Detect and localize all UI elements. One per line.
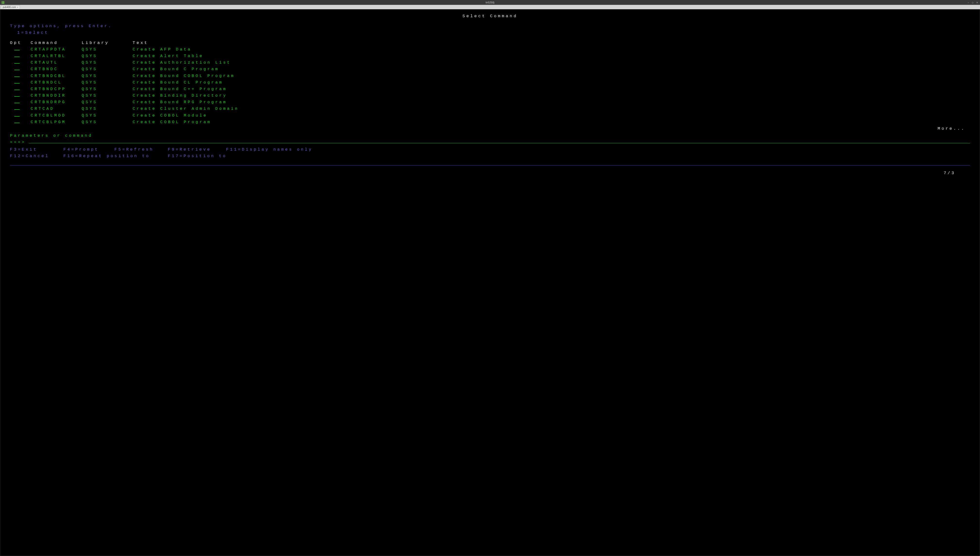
text-cell: Create Alert Table (132, 53, 970, 59)
input-underline (15, 123, 20, 123)
input-underline (15, 103, 20, 103)
screen-title: Select Command (10, 13, 970, 19)
option-input[interactable] (10, 59, 31, 66)
option-input[interactable] (10, 46, 31, 53)
function-key[interactable]: F9=Retrieve (168, 146, 226, 153)
function-key[interactable]: F12=Cancel (10, 153, 63, 159)
table-row: CRTBNDCLQSYSCreate Bound CL Program (10, 79, 970, 86)
text-cell: Create Bound RPG Program (132, 99, 970, 105)
session-tab[interactable]: pub400.com × (1, 5, 20, 9)
more-indicator: More... (10, 125, 970, 132)
library-cell: QSYS (82, 79, 132, 86)
function-key[interactable]: F11=Display names only (226, 146, 323, 153)
text-cell: Create Bound C Program (132, 66, 970, 73)
command-cell: CRTCAD (31, 105, 82, 112)
param-label: Parameters or command (10, 133, 970, 139)
table-row: CRTCBLMODQSYSCreate COBOL Module (10, 112, 970, 119)
minimize-button[interactable]: – (967, 1, 970, 4)
input-underline (15, 90, 20, 90)
text-cell: Create COBOL Module (132, 112, 970, 119)
window-controls: – ◇ ✕ (967, 1, 978, 4)
library-cell: QSYS (82, 112, 132, 119)
command-cell: CRTCBLMOD (31, 112, 82, 119)
option-input[interactable] (10, 79, 31, 86)
library-cell: QSYS (82, 66, 132, 73)
library-cell: QSYS (82, 105, 132, 112)
column-headers: Opt Command Library Text (10, 40, 970, 46)
input-underline (15, 70, 20, 70)
command-cell: CRTAUTL (31, 59, 82, 66)
command-cell: CRTCBLPGM (31, 119, 82, 125)
command-input[interactable] (29, 139, 970, 143)
library-cell: QSYS (82, 59, 132, 66)
table-row: CRTAUTLQSYSCreate Authorization List (10, 59, 970, 66)
input-underline (15, 109, 20, 110)
option-input[interactable] (10, 105, 31, 112)
input-underline (15, 63, 20, 64)
fkeys-line-2: F12=CancelF16=Repeat position toF17=Posi… (10, 153, 970, 159)
header-library: Library (82, 40, 132, 46)
command-cell: CRTAFPDTA (31, 46, 82, 53)
option-input[interactable] (10, 73, 31, 79)
command-prompt: ===> (10, 139, 26, 145)
input-underline (15, 116, 20, 116)
header-command: Command (31, 40, 82, 46)
option-input[interactable] (10, 99, 31, 105)
function-key[interactable]: F17=Position to (168, 153, 241, 159)
command-cell: CRTALRTBL (31, 53, 82, 59)
text-cell: Create Bound COBOL Program (132, 73, 970, 79)
function-key[interactable]: F3=Exit (10, 146, 63, 153)
text-cell: Create COBOL Program (132, 119, 970, 125)
tab-label: pub400.com (3, 6, 16, 8)
library-cell: QSYS (82, 73, 132, 79)
text-cell: Create Binding Directory (132, 92, 970, 99)
instructions: Type options, press Enter. 1=Select (10, 23, 970, 36)
text-cell: Create Bound C++ Program (132, 86, 970, 92)
text-cell: Create Bound CL Program (132, 79, 970, 86)
input-underline (15, 57, 20, 57)
table-row: CRTAFPDTAQSYSCreate AFP Data (10, 46, 970, 53)
library-cell: QSYS (82, 86, 132, 92)
instruction-line-2: 1=Select (10, 29, 970, 36)
option-input[interactable] (10, 86, 31, 92)
input-underline (15, 96, 20, 97)
input-underline (15, 49, 20, 50)
table-row: CRTBNDCPPQSYSCreate Bound C++ Program (10, 86, 970, 92)
library-cell: QSYS (82, 46, 132, 53)
function-key[interactable]: F4=Prompt (63, 146, 115, 153)
option-input[interactable] (10, 53, 31, 59)
table-row: CRTALRTBLQSYSCreate Alert Table (10, 53, 970, 59)
tab-close-icon[interactable]: × (17, 6, 18, 8)
library-cell: QSYS (82, 119, 132, 125)
input-underline (15, 83, 20, 84)
table-row: CRTCADQSYSCreate Cluster Admin Domain (10, 105, 970, 112)
library-cell: QSYS (82, 53, 132, 59)
terminal-screen[interactable]: Select Command Type options, press Enter… (0, 9, 980, 556)
header-text: Text (132, 40, 970, 46)
table-row: CRTCBLPGMQSYSCreate COBOL Program (10, 119, 970, 125)
library-cell: QSYS (82, 92, 132, 99)
function-key[interactable]: F5=Refresh (115, 146, 168, 153)
tabbar: pub400.com × (0, 5, 980, 9)
instruction-line-1: Type options, press Enter. (10, 23, 970, 29)
option-input[interactable] (10, 119, 31, 125)
function-keys: F3=ExitF4=PromptF5=RefreshF9=RetrieveF11… (10, 146, 970, 159)
command-cell: CRTBNDCBL (31, 73, 82, 79)
app-window: tn5250j – ◇ ✕ pub400.com × Select Comman… (0, 0, 980, 556)
table-row: CRTBNDDIRQSYSCreate Binding Directory (10, 92, 970, 99)
command-cell: CRTBNDC (31, 66, 82, 73)
text-cell: Create AFP Data (132, 46, 970, 53)
option-input[interactable] (10, 92, 31, 99)
text-cell: Create Cluster Admin Domain (132, 105, 970, 112)
app-icon (2, 1, 4, 4)
command-cell: CRTBNDCL (31, 79, 82, 86)
command-line: ===> (10, 139, 970, 145)
input-underline (15, 76, 20, 77)
library-cell: QSYS (82, 99, 132, 105)
option-input[interactable] (10, 66, 31, 73)
command-cell: CRTBNDDIR (31, 92, 82, 99)
function-key[interactable]: F16=Repeat position to (63, 153, 168, 159)
close-button[interactable]: ✕ (976, 1, 978, 4)
maximize-button[interactable]: ◇ (971, 1, 974, 4)
option-input[interactable] (10, 112, 31, 119)
